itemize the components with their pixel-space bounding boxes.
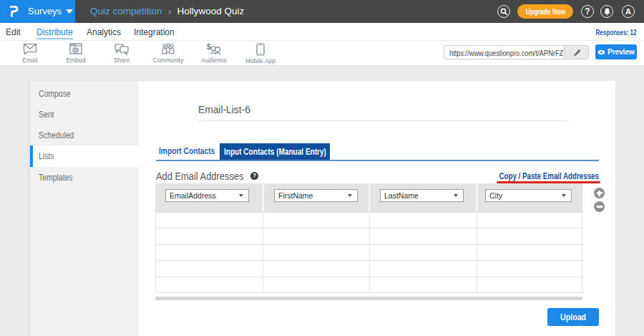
svg-text:$: $ — [207, 43, 211, 51]
